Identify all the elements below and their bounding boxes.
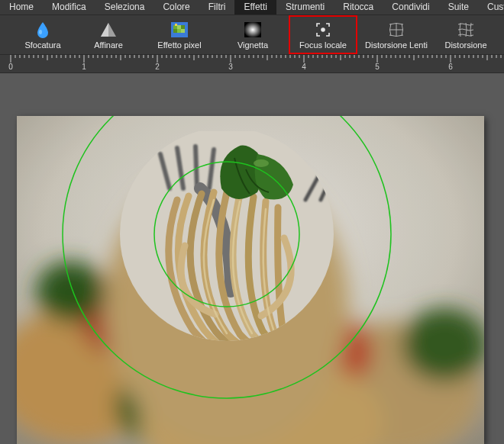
distortion-grid-icon [457,21,475,39]
menu-strumenti[interactable]: Strumenti [276,0,334,14]
ruler-number: 4 [302,63,306,71]
svg-rect-10 [244,22,261,37]
tool-distorsione[interactable]: Distorsione [435,15,496,54]
tool-effetto-pixel[interactable]: Effetto pixel [142,15,217,54]
tool-distorsione-lenti[interactable]: Distorsione Lenti [357,15,435,54]
ruler-number: 3 [228,63,233,71]
tool-label: Distorsione Lenti [365,40,428,50]
menu-custo[interactable]: Custo [478,0,504,14]
ruler-number: 5 [375,63,380,71]
tool-label: Vignetta [237,40,268,50]
ruler-number: 0 [8,63,13,71]
ruler-number: 6 [448,63,453,71]
svg-point-0 [39,30,42,34]
tool-label: Affinare [94,40,123,50]
vignette-icon [244,21,262,39]
effects-toolbar: Sfocatura Affinare Effetto pixel [0,15,504,55]
menu-suite[interactable]: Suite [439,0,478,14]
tool-label: Sfocatura [24,40,60,50]
tool-sfocatura[interactable]: Sfocatura [11,15,75,54]
tool-focus-locale[interactable]: Focus locale [289,15,357,54]
svg-rect-6 [177,29,181,33]
menu-condividi[interactable]: Condividi [383,0,438,14]
pixelate-icon [170,21,189,39]
ruler-number: 1 [82,63,86,71]
svg-rect-7 [181,29,185,33]
svg-rect-3 [177,25,181,29]
image-canvas[interactable] [17,116,484,444]
horizontal-ruler: 0123456 [0,55,504,73]
sharpen-triangle-icon [99,21,118,39]
blur-drop-icon [34,21,52,39]
tool-label: Focus locale [299,40,347,50]
lens-grid-icon [387,21,405,39]
tool-label: Effetto pixel [157,40,201,50]
ruler-number: 2 [155,63,160,71]
svg-rect-5 [173,29,177,33]
tool-vignetta[interactable]: Vignetta [217,15,289,54]
focus-target-icon [314,21,332,39]
tool-label: Distorsione [444,40,486,50]
menu-filtri[interactable]: Filtri [199,0,235,14]
menu-effetti[interactable]: Effetti [234,0,276,14]
svg-rect-8 [175,24,177,26]
canvas-area [0,73,504,444]
menu-seleziona[interactable]: Seleziona [95,0,154,14]
svg-point-11 [321,28,325,31]
tool-affinare[interactable]: Affinare [75,15,142,54]
svg-rect-133 [17,116,484,444]
menu-bar: Home Modifica Seleziona Colore Filtri Ef… [0,0,504,15]
menu-colore[interactable]: Colore [153,0,199,14]
svg-rect-4 [181,25,185,29]
menu-ritocca[interactable]: Ritocca [334,0,383,14]
menu-modifica[interactable]: Modifica [43,0,95,14]
menu-home[interactable]: Home [0,0,43,14]
